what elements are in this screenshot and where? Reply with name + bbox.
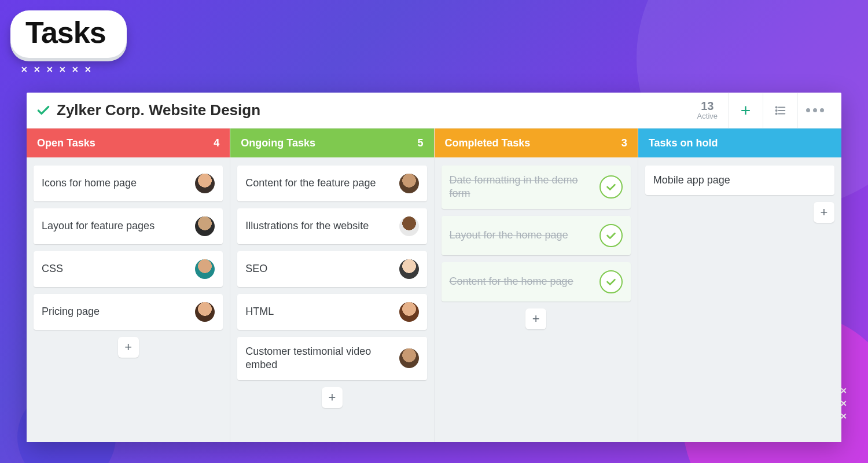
add-card-button[interactable]: +: [322, 387, 343, 408]
list-view-button[interactable]: [763, 93, 797, 128]
task-title: Customer testimonial video embed: [245, 345, 393, 372]
column-header[interactable]: Tasks on hold: [638, 128, 841, 157]
column-title: Completed Tasks: [445, 137, 531, 149]
task-card[interactable]: CSS: [34, 251, 223, 287]
task-card[interactable]: HTML: [237, 294, 426, 330]
column-title: Ongoing Tasks: [241, 137, 315, 149]
project-board: Zylker Corp. Website Design 13 Active + …: [27, 93, 841, 442]
column-header[interactable]: Completed Tasks3: [435, 128, 638, 157]
plus-icon: +: [821, 205, 828, 220]
assignee-avatar[interactable]: [399, 174, 419, 193]
task-card[interactable]: Illustrations for the website: [237, 208, 426, 244]
completed-check-icon: [599, 224, 623, 247]
task-card[interactable]: Content for the feature page: [237, 166, 426, 201]
kanban-column: Open Tasks4Icons for home pageLayout for…: [27, 128, 230, 442]
task-title: Illustrations for the website: [245, 219, 393, 233]
plus-icon: +: [532, 311, 540, 326]
task-title: Content for the feature page: [245, 177, 393, 190]
decoration-x-row: ✕✕✕✕✕✕: [21, 65, 97, 74]
assignee-avatar[interactable]: [399, 259, 419, 279]
project-title: Zylker Corp. Website Design: [57, 101, 260, 119]
task-title: Mobile app page: [653, 174, 826, 187]
check-icon: [36, 103, 51, 118]
task-title: Layout for the home page: [450, 229, 594, 242]
task-title: SEO: [245, 262, 393, 275]
active-count-number: 13: [697, 100, 718, 112]
column-header[interactable]: Ongoing Tasks5: [230, 128, 433, 157]
list-icon: [774, 104, 787, 117]
column-title: Tasks on hold: [649, 137, 718, 149]
page-title-chip: Tasks: [10, 10, 127, 58]
completed-check-icon: [599, 175, 623, 199]
task-card[interactable]: Mobile app page: [645, 166, 834, 195]
add-card-button[interactable]: +: [814, 202, 834, 223]
more-options-button[interactable]: [797, 93, 832, 128]
column-body: Date formatting in the demo formLayout f…: [435, 157, 638, 442]
task-card[interactable]: Layout for the home page: [442, 216, 631, 255]
assignee-avatar[interactable]: [195, 302, 215, 322]
assignee-avatar[interactable]: [195, 259, 215, 279]
active-count-label: Active: [697, 112, 718, 120]
kanban-column: Completed Tasks3Date formatting in the d…: [435, 128, 638, 442]
assignee-avatar[interactable]: [399, 216, 419, 236]
task-title: Pricing page: [42, 305, 189, 318]
svg-point-5: [775, 113, 777, 114]
task-title: Icons for home page: [42, 177, 189, 190]
task-card[interactable]: Content for the home page: [442, 262, 631, 302]
dots-icon: [806, 108, 824, 112]
task-title: CSS: [42, 262, 189, 275]
kanban-columns: Open Tasks4Icons for home pageLayout for…: [27, 128, 841, 442]
task-card[interactable]: Pricing page: [34, 294, 223, 330]
plus-icon: +: [328, 390, 336, 405]
add-card-button[interactable]: +: [118, 337, 139, 358]
board-header: Zylker Corp. Website Design 13 Active +: [27, 93, 841, 128]
task-title: Date formatting in the demo form: [450, 174, 594, 201]
task-title: HTML: [245, 305, 393, 318]
kanban-column: Tasks on holdMobile app page+: [638, 128, 841, 442]
column-title: Open Tasks: [37, 137, 95, 149]
add-task-button[interactable]: +: [728, 93, 763, 128]
svg-point-3: [775, 106, 777, 108]
completed-check-icon: [599, 270, 623, 293]
active-tasks-count[interactable]: 13 Active: [687, 100, 728, 120]
task-title: Layout for feature pages: [42, 219, 189, 233]
add-card-button[interactable]: +: [525, 308, 546, 329]
column-count: 5: [417, 137, 423, 149]
kanban-column: Ongoing Tasks5Content for the feature pa…: [230, 128, 434, 442]
assignee-avatar[interactable]: [399, 302, 419, 322]
assignee-avatar[interactable]: [195, 174, 215, 193]
task-card[interactable]: Date formatting in the demo form: [442, 166, 631, 209]
column-body: Icons for home pageLayout for feature pa…: [27, 157, 230, 442]
task-card[interactable]: Customer testimonial video embed: [237, 337, 426, 380]
column-body: Mobile app page+: [638, 157, 841, 442]
column-body: Content for the feature pageIllustration…: [230, 157, 433, 442]
plus-icon: +: [124, 340, 132, 355]
column-count: 4: [214, 137, 219, 149]
task-title: Content for the home page: [450, 275, 594, 288]
column-count: 3: [621, 137, 627, 149]
column-header[interactable]: Open Tasks4: [27, 128, 230, 157]
plus-icon: +: [741, 101, 751, 120]
svg-point-4: [775, 109, 777, 111]
task-card[interactable]: Icons for home page: [34, 166, 223, 201]
assignee-avatar[interactable]: [195, 216, 215, 236]
assignee-avatar[interactable]: [399, 348, 419, 368]
task-card[interactable]: SEO: [237, 251, 426, 287]
task-card[interactable]: Layout for feature pages: [34, 208, 223, 244]
